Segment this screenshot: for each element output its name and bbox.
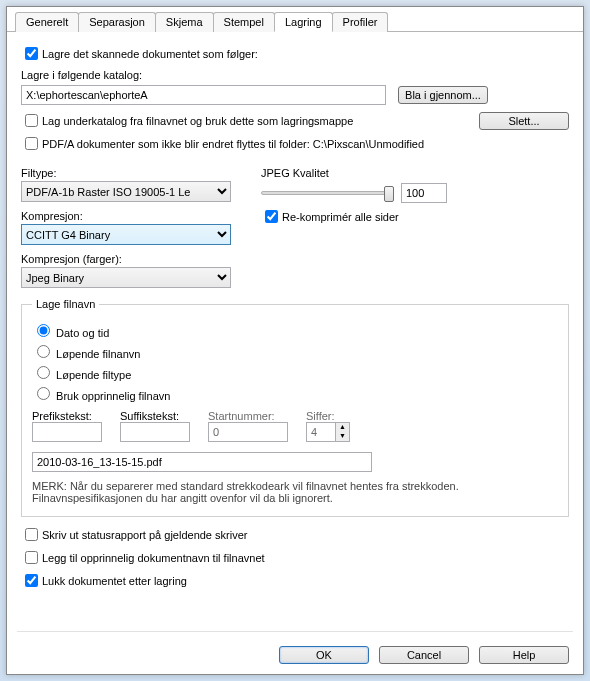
chk-pdfa-move[interactable] <box>25 137 38 150</box>
input-folder[interactable] <box>21 85 386 105</box>
tab-generelt[interactable]: Generelt <box>15 12 79 32</box>
chevron-down-icon: ▼ <box>336 432 349 441</box>
note-barcode: MERK: Når du separerer med standard stre… <box>32 480 558 504</box>
lbl-add-original-name: Legg til opprinnelig dokumentnavn til fi… <box>42 552 265 564</box>
tab-separasjon[interactable]: Separasjon <box>78 12 156 32</box>
lbl-subfolder: Lag underkatalog fra filnavnet og bruk d… <box>42 115 479 127</box>
lbl-save-scanned: Lagre det skannede dokumentet som følger… <box>42 48 258 60</box>
slider-thumb[interactable] <box>384 186 394 202</box>
chk-close-after-save[interactable] <box>25 574 38 587</box>
dialog-window: Generelt Separasjon Skjema Stempel Lagri… <box>6 6 584 675</box>
button-bar: OK Cancel Help <box>279 646 569 664</box>
combo-filetype[interactable]: PDF/A-1b Raster ISO 19005-1 Le <box>21 181 231 202</box>
radio-running-filename[interactable] <box>37 345 50 358</box>
lbl-radio-running-filename: Løpende filnanvn <box>56 348 140 360</box>
legend-filename: Lage filnavn <box>32 298 99 310</box>
tab-profiler[interactable]: Profiler <box>332 12 389 32</box>
chk-recompress[interactable] <box>265 210 278 223</box>
lbl-pdfa-move: PDF/A dokumenter som ikke blir endret fl… <box>42 138 424 150</box>
chk-subfolder[interactable] <box>25 114 38 127</box>
input-startnum <box>208 422 288 442</box>
chevron-up-icon: ▲ <box>336 423 349 432</box>
lbl-folder: Lagre i følgende katalog: <box>21 69 569 81</box>
lbl-compression-color: Kompresjon (farger): <box>21 253 231 265</box>
radio-original-filename[interactable] <box>37 387 50 400</box>
lbl-suffix: Suffikstekst: <box>120 410 190 422</box>
lbl-jpeg-quality: JPEG Kvalitet <box>261 167 447 179</box>
browse-button[interactable]: Bla i gjennom... <box>398 86 488 104</box>
lbl-close-after-save: Lukk dokumentet etter lagring <box>42 575 187 587</box>
combo-compression[interactable]: CCITT G4 Binary <box>21 224 231 245</box>
lbl-radio-date-time: Dato og tid <box>56 327 109 339</box>
help-button[interactable]: Help <box>479 646 569 664</box>
lbl-digits: Siffer: <box>306 410 350 422</box>
chk-save-scanned[interactable] <box>25 47 38 60</box>
radio-date-time[interactable] <box>37 324 50 337</box>
tab-stempel[interactable]: Stempel <box>213 12 275 32</box>
spinner-arrows: ▲ ▼ <box>336 422 350 442</box>
tab-panel-lagring: Lagre det skannede dokumentet som følger… <box>7 32 583 602</box>
chk-add-original-name[interactable] <box>25 551 38 564</box>
slider-jpeg-quality[interactable] <box>261 191 391 195</box>
tab-skjema[interactable]: Skjema <box>155 12 214 32</box>
radio-running-filetype[interactable] <box>37 366 50 379</box>
spinner-digits: ▲ ▼ <box>306 422 350 442</box>
fieldset-filename: Lage filnavn Dato og tid Løpende filnanv… <box>21 298 569 517</box>
input-suffix[interactable] <box>120 422 190 442</box>
lbl-status-report: Skriv ut statusrapport på gjeldende skri… <box>42 529 247 541</box>
delete-button[interactable]: Slett... <box>479 112 569 130</box>
lbl-startnum: Startnummer: <box>208 410 288 422</box>
lbl-recompress: Re-komprimér alle sider <box>282 211 399 223</box>
cancel-button[interactable]: Cancel <box>379 646 469 664</box>
lbl-radio-running-filetype: Løpende filtype <box>56 369 131 381</box>
input-prefix[interactable] <box>32 422 102 442</box>
tab-strip: Generelt Separasjon Skjema Stempel Lagri… <box>7 7 583 32</box>
lbl-radio-original-filename: Bruk opprinnelig filnavn <box>56 390 170 402</box>
lbl-filetype: Filtype: <box>21 167 231 179</box>
tab-lagring[interactable]: Lagring <box>274 12 333 32</box>
divider <box>17 631 573 632</box>
input-digits <box>306 422 336 442</box>
lbl-prefix: Prefikstekst: <box>32 410 102 422</box>
input-jpeg-quality[interactable] <box>401 183 447 203</box>
chk-status-report[interactable] <box>25 528 38 541</box>
input-filename-preview <box>32 452 372 472</box>
combo-compression-color[interactable]: Jpeg Binary <box>21 267 231 288</box>
ok-button[interactable]: OK <box>279 646 369 664</box>
lbl-compression: Kompresjon: <box>21 210 231 222</box>
